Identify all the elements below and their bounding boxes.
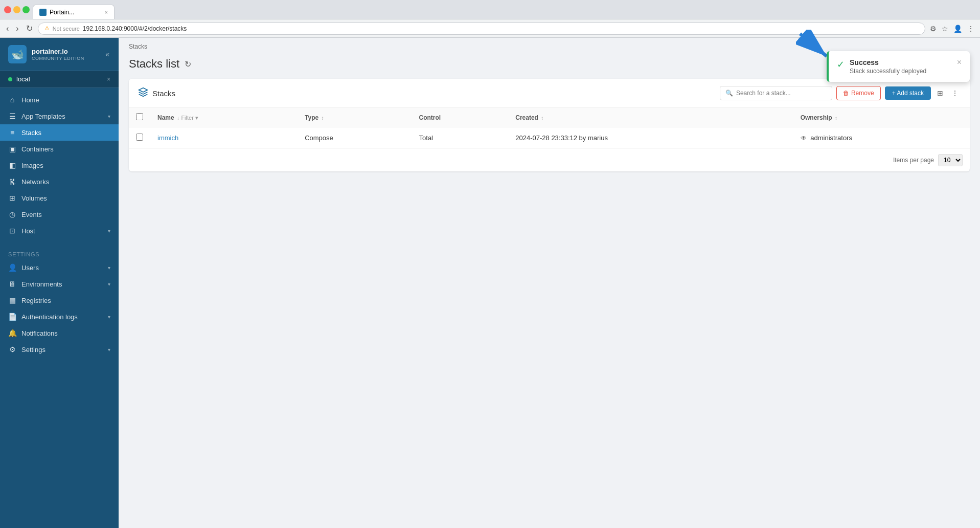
name-header[interactable]: Name ↓ Filter ▾ xyxy=(150,108,298,127)
filter-btn[interactable]: Filter ▾ xyxy=(181,115,198,121)
card-actions: 🔍 🗑 Remove + Add stack ⊞ ⋮ xyxy=(720,86,961,100)
env-name: local xyxy=(16,75,103,83)
stack-created-cell: 2024-07-28 23:33:12 by marius xyxy=(508,127,793,149)
success-toast: ✓ Success Stack successfully deployed × xyxy=(827,51,970,82)
logo-icon: 🐋 xyxy=(8,45,27,63)
sidebar-main-nav: ⌂ Home ☰ App Templates ▾ ≡ Stacks ▣ Cont… xyxy=(0,87,119,243)
events-icon: ◷ xyxy=(8,210,16,218)
stack-name-cell: immich xyxy=(150,127,298,149)
logo-text: portainer.io xyxy=(32,48,84,56)
minimize-window-btn[interactable]: − xyxy=(13,6,20,13)
forward-btn[interactable]: › xyxy=(14,23,20,34)
tab-close-btn[interactable]: × xyxy=(105,9,108,15)
sidebar-item-containers[interactable]: ▣ Containers xyxy=(0,141,119,157)
maximize-window-btn[interactable]: + xyxy=(22,6,30,13)
browser-navbar: ‹ › ↻ ⚠ Not secure 192.168.0.240:9000/#/… xyxy=(0,19,980,38)
back-btn[interactable]: ‹ xyxy=(4,23,11,34)
volumes-icon: ⊞ xyxy=(8,194,16,202)
search-box[interactable]: 🔍 xyxy=(720,86,832,100)
extensions-btn[interactable]: ⚙ xyxy=(928,23,938,34)
ownership-header[interactable]: Ownership ↕ xyxy=(793,108,970,127)
items-per-page-select[interactable]: 10 25 50 xyxy=(938,154,963,166)
sidebar-item-images[interactable]: ◧ Images xyxy=(0,157,119,173)
profile-btn[interactable]: 👤 xyxy=(952,23,964,34)
sort-icon: ↓ xyxy=(177,115,179,121)
browser-nav-extras: ⚙ ☆ 👤 ⋮ xyxy=(928,23,976,34)
toast-message: Stack successfully deployed xyxy=(850,68,952,75)
grid-view-btn[interactable]: ⊞ xyxy=(935,87,945,99)
users-icon: 👤 xyxy=(8,263,16,272)
table-row: immich Compose Total 2024-07-28 23:33:12… xyxy=(129,127,970,149)
sidebar-item-label: Host xyxy=(21,227,35,235)
close-window-btn[interactable]: × xyxy=(4,6,11,13)
sidebar-item-environments[interactable]: 🖥 Environments ▾ xyxy=(0,276,119,292)
sidebar-item-auth-logs[interactable]: 📄 Authentication logs ▾ xyxy=(0,309,119,325)
created-header-label: Created xyxy=(515,114,538,121)
sidebar-item-users[interactable]: 👤 Users ▾ xyxy=(0,259,119,276)
sidebar-item-label: Users xyxy=(21,264,39,272)
templates-icon: ☰ xyxy=(8,112,16,120)
address-text: 192.168.0.240:9000/#/2/docker/stacks xyxy=(83,25,187,32)
more-options-btn[interactable]: ⋮ xyxy=(949,87,961,99)
sidebar-settings-nav: Settings 👤 Users ▾ 🖥 Environments ▾ ▦ Re… xyxy=(0,243,119,362)
sidebar-item-app-templates[interactable]: ☰ App Templates ▾ xyxy=(0,108,119,124)
stack-type-cell: Compose xyxy=(298,127,412,149)
stacks-icon: ≡ xyxy=(8,128,16,137)
sidebar-item-home[interactable]: ⌂ Home xyxy=(0,92,119,108)
networks-icon: ⛕ xyxy=(8,178,16,186)
sidebar-item-label: Environments xyxy=(21,280,62,288)
address-bar[interactable]: ⚠ Not secure 192.168.0.240:9000/#/2/dock… xyxy=(38,23,925,35)
sort-icon: ↕ xyxy=(322,115,324,121)
search-icon: 🔍 xyxy=(725,90,733,97)
success-icon: ✓ xyxy=(837,59,845,70)
search-input[interactable] xyxy=(736,90,827,97)
stacks-table: Name ↓ Filter ▾ Type ↕ Control Created xyxy=(129,108,970,149)
sidebar-item-label: Networks xyxy=(21,178,49,186)
toast-close-btn[interactable]: × xyxy=(957,58,962,67)
sidebar-item-host[interactable]: ⊡ Host ▾ xyxy=(0,223,119,239)
remove-button[interactable]: 🗑 Remove xyxy=(836,86,881,100)
created-header[interactable]: Created ↕ xyxy=(508,108,793,127)
menu-btn[interactable]: ⋮ xyxy=(966,23,976,34)
main-content: Stacks Stacks list ↻ Stacks xyxy=(119,38,980,528)
stack-name-link[interactable]: immich xyxy=(157,134,178,142)
sidebar-item-networks[interactable]: ⛕ Networks xyxy=(0,173,119,190)
reload-btn[interactable]: ↻ xyxy=(24,23,35,34)
sidebar-item-events[interactable]: ◷ Events xyxy=(0,206,119,223)
add-stack-button[interactable]: + Add stack xyxy=(885,86,931,100)
trash-icon: 🗑 xyxy=(843,90,849,97)
stack-ownership-cell: 👁 administrators xyxy=(793,127,970,149)
card-title-text: Stacks xyxy=(152,89,175,98)
chevron-down-icon: ▾ xyxy=(108,281,110,287)
sidebar-item-label: App Templates xyxy=(21,113,65,120)
logo-sub: COMMUNITY EDITION xyxy=(32,56,84,61)
toast-title: Success xyxy=(850,58,952,67)
row-checkbox[interactable] xyxy=(136,134,143,141)
host-icon: ⊡ xyxy=(8,227,16,235)
sidebar-item-label: Images xyxy=(21,162,43,169)
control-header: Control xyxy=(412,108,509,127)
sidebar-item-volumes[interactable]: ⊞ Volumes xyxy=(0,190,119,206)
app-layout: 🐋 portainer.io COMMUNITY EDITION « local… xyxy=(0,38,980,528)
browser-tab[interactable]: Portain... × xyxy=(33,5,115,19)
eye-icon: 👁 xyxy=(801,135,807,142)
type-header[interactable]: Type ↕ xyxy=(298,108,412,127)
sidebar-item-settings[interactable]: ⚙ Settings ▾ xyxy=(0,341,119,358)
stacks-layers-icon xyxy=(138,87,148,100)
notifications-icon: 🔔 xyxy=(8,329,16,337)
sidebar-item-notifications[interactable]: 🔔 Notifications xyxy=(0,325,119,341)
security-icon: ⚠ xyxy=(44,25,50,32)
refresh-btn[interactable]: ↻ xyxy=(185,59,191,69)
ownership-value: administrators xyxy=(810,134,852,142)
toast-container: ✓ Success Stack successfully deployed × xyxy=(827,51,970,82)
bookmark-btn[interactable]: ☆ xyxy=(940,23,950,34)
env-close-btn[interactable]: × xyxy=(107,76,110,83)
sidebar-header: 🐋 portainer.io COMMUNITY EDITION « xyxy=(0,38,119,71)
sidebar-item-stacks[interactable]: ≡ Stacks xyxy=(0,124,119,141)
sort-icon: ↕ xyxy=(835,115,837,121)
sidebar-item-registries[interactable]: ▦ Registries xyxy=(0,292,119,309)
card-title: Stacks xyxy=(138,87,715,100)
select-all-checkbox[interactable] xyxy=(136,113,143,120)
sidebar-item-label: Events xyxy=(21,211,42,218)
sidebar-collapse-btn[interactable]: « xyxy=(104,49,110,59)
